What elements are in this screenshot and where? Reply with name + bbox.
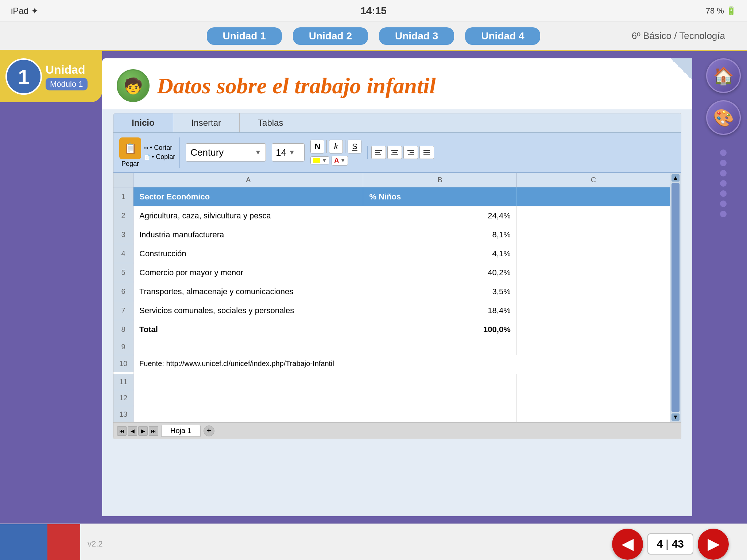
sheet-nav-prev[interactable]: ◀ bbox=[128, 426, 137, 436]
sheet-nav-group: ⏮ ◀ ▶ ⏭ bbox=[117, 426, 158, 436]
ribbon-tab-inicio[interactable]: Inicio bbox=[113, 113, 173, 132]
grid-cell[interactable] bbox=[517, 320, 670, 339]
grid-cell[interactable]: Industria manufacturera bbox=[133, 225, 363, 244]
home-icon: 🏠 bbox=[713, 66, 734, 86]
underline-button[interactable]: S bbox=[348, 140, 361, 153]
grid-cell[interactable]: Comercio por mayor y menor bbox=[133, 263, 363, 282]
table-row: 6 Transportes, almacenaje y comunicacion… bbox=[113, 282, 670, 301]
bold-button[interactable]: N bbox=[310, 140, 324, 153]
add-sheet-button[interactable]: + bbox=[204, 425, 214, 436]
row-num-cell: 4 bbox=[113, 244, 133, 263]
separator2 bbox=[345, 140, 345, 153]
col-header-b[interactable]: B bbox=[363, 173, 516, 187]
page-display: 4 | 43 bbox=[647, 533, 693, 555]
dots-decoration bbox=[720, 149, 727, 217]
paste-group: 📋 Pegar ✂ • Cortar 📄 • Copiar bbox=[119, 137, 180, 168]
col-header-c[interactable]: C bbox=[517, 173, 670, 187]
scrollbar[interactable]: ▲ ▼ bbox=[670, 173, 681, 422]
sheet-nav-next[interactable]: ▶ bbox=[138, 426, 148, 436]
format-group: N k S bbox=[310, 140, 361, 153]
version-label: v2.2 bbox=[88, 539, 103, 549]
grid-cell[interactable] bbox=[517, 282, 670, 301]
grid-cell[interactable]: Agricultura, caza, silvicultura y pesca bbox=[133, 206, 363, 225]
tab-unidad1[interactable]: Unidad 1 bbox=[207, 27, 282, 45]
grid-cell[interactable] bbox=[517, 339, 670, 355]
paint-button[interactable]: 🎨 bbox=[706, 100, 741, 135]
sheet-tab[interactable]: Hoja 1 bbox=[161, 425, 201, 437]
font-size-dropdown[interactable]: 14 ▼ bbox=[272, 143, 305, 162]
row-num-cell: 13 bbox=[113, 406, 133, 422]
grid-cell[interactable]: 4,1% bbox=[363, 244, 516, 263]
title-area: 🧒 Datos sobre el trabajo infantil bbox=[102, 58, 692, 109]
grid-cell[interactable] bbox=[517, 263, 670, 282]
grid-cell[interactable]: 18,4% bbox=[363, 301, 516, 320]
highlight-color-button[interactable]: ▼ bbox=[310, 156, 329, 164]
grid-cell[interactable]: Total bbox=[133, 320, 363, 339]
ribbon-tab-tablas[interactable]: Tablas bbox=[240, 113, 301, 132]
grid-cell[interactable] bbox=[133, 372, 363, 374]
table-row: 3 Industria manufacturera 8,1% bbox=[113, 225, 670, 244]
grid-cell[interactable] bbox=[517, 301, 670, 320]
grid-cell[interactable] bbox=[133, 339, 363, 355]
row-num-cell: 7 bbox=[113, 301, 133, 320]
grid-cell[interactable] bbox=[517, 244, 670, 263]
align-right-button[interactable] bbox=[403, 146, 418, 159]
grid-cell[interactable] bbox=[363, 339, 516, 355]
grid-cell[interactable]: 100,0% bbox=[363, 320, 516, 339]
grid-cell[interactable]: Fuente: http://www.unicef.cl/unicef/inde… bbox=[133, 355, 670, 372]
col-header-a[interactable]: A bbox=[133, 173, 363, 187]
grid-cell[interactable]: Construcción bbox=[133, 244, 363, 263]
grid-cell[interactable] bbox=[517, 187, 670, 206]
row-num-cell: 1 bbox=[113, 187, 133, 206]
grid-cell[interactable] bbox=[517, 206, 670, 225]
align-justify-button[interactable] bbox=[419, 146, 434, 159]
page-title: Datos sobre el trabajo infantil bbox=[157, 73, 436, 99]
grid-cell[interactable]: 40,2% bbox=[363, 263, 516, 282]
sheet-nav-last[interactable]: ⏭ bbox=[149, 426, 158, 436]
nav-bar: Unidad 1 Unidad 2 Unidad 3 Unidad 4 6º B… bbox=[0, 22, 747, 51]
align-center-button[interactable] bbox=[387, 146, 402, 159]
grid-cell[interactable]: Transportes, almacenaje y comunicaciones bbox=[133, 282, 363, 301]
row-num-cell: 2 bbox=[113, 206, 133, 225]
row-num-cell: 6 bbox=[113, 282, 133, 301]
table-row: 13 bbox=[113, 406, 670, 422]
prev-button[interactable]: ◀ bbox=[612, 529, 643, 560]
table-row: 5 Comercio por mayor y menor 40,2% bbox=[113, 263, 670, 282]
next-button[interactable]: ▶ bbox=[698, 529, 729, 560]
paste-label: Pegar bbox=[121, 160, 139, 168]
row-num-cell: 11 bbox=[113, 374, 133, 390]
grid-cell[interactable]: Servicios comunales, sociales y personal… bbox=[133, 301, 363, 320]
grid-cell[interactable]: Sector Económico bbox=[133, 187, 363, 206]
table-row: 1 Sector Económico % Niños bbox=[113, 187, 670, 206]
grid-cell[interactable]: 24,4% bbox=[363, 206, 516, 225]
grid-cell[interactable] bbox=[113, 372, 133, 374]
module-label: Módulo 1 bbox=[46, 78, 88, 90]
cut-button[interactable]: ✂ • Cortar bbox=[144, 144, 175, 152]
paste-icon[interactable]: 📋 bbox=[119, 137, 141, 159]
tab-unidad3[interactable]: Unidad 3 bbox=[379, 27, 454, 45]
tab-unidad4[interactable]: Unidad 4 bbox=[465, 27, 540, 45]
table-row: 2 Agricultura, caza, silvicultura y pesc… bbox=[113, 206, 670, 225]
battery-status: 78 % 🔋 bbox=[706, 6, 736, 16]
table-row: 8 Total 100,0% bbox=[113, 320, 670, 339]
font-color-button[interactable]: A ▼ bbox=[332, 156, 348, 166]
table-row: 12 bbox=[113, 390, 670, 406]
unit-label: Unidad bbox=[46, 63, 88, 77]
font-dropdown[interactable]: Century ▼ bbox=[186, 143, 266, 162]
row-num-cell: 10 bbox=[113, 355, 133, 372]
current-page: 4 bbox=[657, 538, 663, 550]
tab-unidad2[interactable]: Unidad 2 bbox=[293, 27, 368, 45]
ribbon-tab-insertar[interactable]: Insertar bbox=[173, 113, 240, 132]
copy-button[interactable]: 📄 • Copiar bbox=[144, 153, 175, 161]
sheet-nav-first[interactable]: ⏮ bbox=[117, 426, 127, 436]
unit-badge: 1 Unidad Módulo 1 bbox=[0, 51, 102, 102]
align-left-button[interactable] bbox=[371, 146, 386, 159]
grid-cell[interactable]: % Niños bbox=[363, 187, 516, 206]
grid-cell[interactable]: 3,5% bbox=[363, 282, 516, 301]
home-button[interactable]: 🏠 bbox=[706, 58, 741, 93]
ribbon-body: 📋 Pegar ✂ • Cortar 📄 • Copiar bbox=[113, 133, 681, 173]
italic-button[interactable]: k bbox=[329, 140, 343, 153]
row-num-cell: 3 bbox=[113, 225, 133, 244]
grid-cell[interactable] bbox=[517, 225, 670, 244]
grid-cell[interactable]: 8,1% bbox=[363, 225, 516, 244]
